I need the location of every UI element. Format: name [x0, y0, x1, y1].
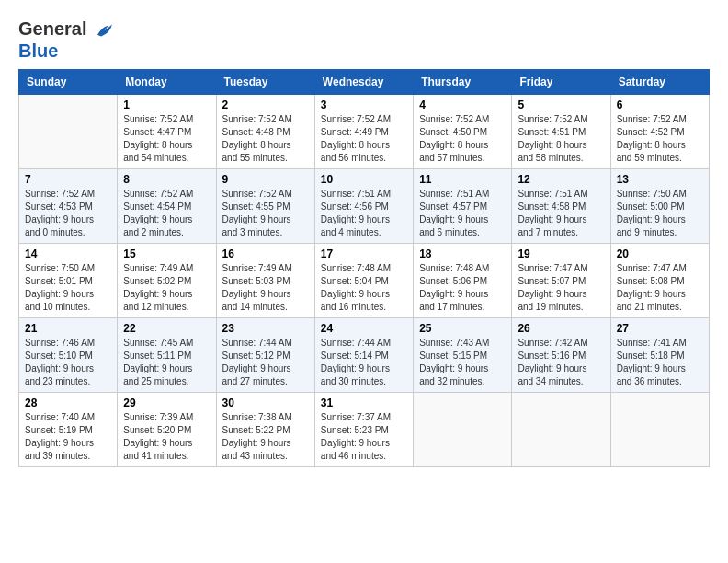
day-info: Sunrise: 7:47 AM Sunset: 5:07 PM Dayligh… [518, 262, 604, 314]
day-info: Sunrise: 7:52 AM Sunset: 4:49 PM Dayligh… [321, 113, 407, 165]
day-number: 31 [321, 396, 407, 409]
calendar-cell: 8Sunrise: 7:52 AM Sunset: 4:54 PM Daylig… [118, 168, 216, 243]
calendar-cell [19, 94, 118, 168]
calendar-cell: 6Sunrise: 7:52 AM Sunset: 4:52 PM Daylig… [610, 94, 709, 168]
calendar-cell: 3Sunrise: 7:52 AM Sunset: 4:49 PM Daylig… [314, 94, 413, 168]
day-number: 14 [25, 247, 111, 260]
calendar-cell: 23Sunrise: 7:44 AM Sunset: 5:12 PM Dayli… [216, 317, 314, 392]
calendar-table: SundayMondayTuesdayWednesdayThursdayFrid… [18, 69, 710, 467]
calendar-header-row: SundayMondayTuesdayWednesdayThursdayFrid… [19, 69, 710, 94]
day-number: 17 [321, 247, 407, 260]
day-number: 7 [25, 173, 111, 186]
day-info: Sunrise: 7:51 AM Sunset: 4:56 PM Dayligh… [321, 188, 407, 239]
day-number: 11 [419, 173, 506, 186]
day-number: 25 [419, 322, 506, 335]
header-wednesday: Wednesday [314, 69, 413, 94]
calendar-cell: 21Sunrise: 7:46 AM Sunset: 5:10 PM Dayli… [19, 317, 118, 392]
day-info: Sunrise: 7:49 AM Sunset: 5:02 PM Dayligh… [123, 262, 210, 314]
calendar-cell: 18Sunrise: 7:48 AM Sunset: 5:06 PM Dayli… [414, 243, 512, 317]
calendar-cell: 17Sunrise: 7:48 AM Sunset: 5:04 PM Dayli… [314, 243, 413, 317]
day-info: Sunrise: 7:44 AM Sunset: 5:12 PM Dayligh… [222, 337, 309, 388]
day-number: 29 [123, 396, 210, 409]
calendar-cell: 20Sunrise: 7:47 AM Sunset: 5:08 PM Dayli… [610, 243, 709, 317]
day-info: Sunrise: 7:45 AM Sunset: 5:11 PM Dayligh… [123, 337, 210, 388]
day-number: 4 [419, 98, 506, 111]
calendar-cell: 11Sunrise: 7:51 AM Sunset: 4:57 PM Dayli… [414, 168, 512, 243]
calendar-cell: 15Sunrise: 7:49 AM Sunset: 5:02 PM Dayli… [118, 243, 216, 317]
day-info: Sunrise: 7:46 AM Sunset: 5:10 PM Dayligh… [25, 337, 111, 388]
calendar-cell [610, 392, 709, 466]
day-number: 16 [222, 247, 309, 260]
logo-general: General [18, 18, 86, 39]
day-number: 28 [25, 396, 111, 409]
calendar-cell: 24Sunrise: 7:44 AM Sunset: 5:14 PM Dayli… [314, 317, 413, 392]
day-info: Sunrise: 7:52 AM Sunset: 4:53 PM Dayligh… [25, 188, 111, 239]
header-thursday: Thursday [414, 69, 512, 94]
day-info: Sunrise: 7:52 AM Sunset: 4:47 PM Dayligh… [123, 113, 210, 165]
calendar-cell: 2Sunrise: 7:52 AM Sunset: 4:48 PM Daylig… [216, 94, 314, 168]
calendar-cell: 30Sunrise: 7:38 AM Sunset: 5:22 PM Dayli… [216, 392, 314, 466]
day-info: Sunrise: 7:52 AM Sunset: 4:55 PM Dayligh… [222, 188, 309, 239]
day-info: Sunrise: 7:49 AM Sunset: 5:03 PM Dayligh… [222, 262, 309, 314]
day-number: 12 [518, 173, 604, 186]
day-info: Sunrise: 7:50 AM Sunset: 5:00 PM Dayligh… [617, 188, 703, 239]
day-info: Sunrise: 7:39 AM Sunset: 5:20 PM Dayligh… [123, 411, 210, 463]
day-number: 1 [123, 98, 210, 111]
day-number: 30 [222, 396, 309, 409]
calendar-cell: 22Sunrise: 7:45 AM Sunset: 5:11 PM Dayli… [118, 317, 216, 392]
calendar-cell [512, 392, 610, 466]
day-number: 2 [222, 98, 309, 111]
day-number: 19 [518, 247, 604, 260]
calendar-cell: 27Sunrise: 7:41 AM Sunset: 5:18 PM Dayli… [610, 317, 709, 392]
header-friday: Friday [512, 69, 610, 94]
calendar-cell: 31Sunrise: 7:37 AM Sunset: 5:23 PM Dayli… [314, 392, 413, 466]
calendar-cell: 25Sunrise: 7:43 AM Sunset: 5:15 PM Dayli… [414, 317, 512, 392]
day-number: 18 [419, 247, 506, 260]
header-monday: Monday [118, 69, 216, 94]
day-info: Sunrise: 7:52 AM Sunset: 4:54 PM Dayligh… [123, 188, 210, 239]
day-info: Sunrise: 7:38 AM Sunset: 5:22 PM Dayligh… [222, 411, 309, 463]
calendar-week-row: 7Sunrise: 7:52 AM Sunset: 4:53 PM Daylig… [19, 168, 710, 243]
day-info: Sunrise: 7:47 AM Sunset: 5:08 PM Dayligh… [617, 262, 703, 314]
header-saturday: Saturday [610, 69, 709, 94]
calendar-cell: 7Sunrise: 7:52 AM Sunset: 4:53 PM Daylig… [19, 168, 118, 243]
calendar-cell: 4Sunrise: 7:52 AM Sunset: 4:50 PM Daylig… [414, 94, 512, 168]
day-info: Sunrise: 7:48 AM Sunset: 5:04 PM Dayligh… [321, 262, 407, 314]
day-number: 20 [617, 247, 703, 260]
header-sunday: Sunday [19, 69, 118, 94]
day-number: 23 [222, 322, 309, 335]
calendar-cell [414, 392, 512, 466]
day-info: Sunrise: 7:40 AM Sunset: 5:19 PM Dayligh… [25, 411, 111, 463]
day-number: 9 [222, 173, 309, 186]
calendar-cell: 9Sunrise: 7:52 AM Sunset: 4:55 PM Daylig… [216, 168, 314, 243]
day-info: Sunrise: 7:51 AM Sunset: 4:57 PM Dayligh… [419, 188, 506, 239]
day-info: Sunrise: 7:44 AM Sunset: 5:14 PM Dayligh… [321, 337, 407, 388]
calendar-cell: 10Sunrise: 7:51 AM Sunset: 4:56 PM Dayli… [314, 168, 413, 243]
day-number: 10 [321, 173, 407, 186]
day-number: 21 [25, 322, 111, 335]
logo-blue: Blue [18, 41, 116, 60]
calendar-cell: 29Sunrise: 7:39 AM Sunset: 5:20 PM Dayli… [118, 392, 216, 466]
logo: General Blue [18, 18, 116, 60]
calendar-cell: 28Sunrise: 7:40 AM Sunset: 5:19 PM Dayli… [19, 392, 118, 466]
calendar-cell: 12Sunrise: 7:51 AM Sunset: 4:58 PM Dayli… [512, 168, 610, 243]
day-info: Sunrise: 7:41 AM Sunset: 5:18 PM Dayligh… [617, 337, 703, 388]
calendar-week-row: 14Sunrise: 7:50 AM Sunset: 5:01 PM Dayli… [19, 243, 710, 317]
calendar-cell: 26Sunrise: 7:42 AM Sunset: 5:16 PM Dayli… [512, 317, 610, 392]
day-info: Sunrise: 7:50 AM Sunset: 5:01 PM Dayligh… [25, 262, 111, 314]
day-info: Sunrise: 7:48 AM Sunset: 5:06 PM Dayligh… [419, 262, 506, 314]
day-info: Sunrise: 7:37 AM Sunset: 5:23 PM Dayligh… [321, 411, 407, 463]
day-number: 3 [321, 98, 407, 111]
day-number: 24 [321, 322, 407, 335]
day-info: Sunrise: 7:42 AM Sunset: 5:16 PM Dayligh… [518, 337, 604, 388]
day-number: 13 [617, 173, 703, 186]
day-number: 27 [617, 322, 703, 335]
calendar-cell: 5Sunrise: 7:52 AM Sunset: 4:51 PM Daylig… [512, 94, 610, 168]
calendar-cell: 19Sunrise: 7:47 AM Sunset: 5:07 PM Dayli… [512, 243, 610, 317]
page-header: General Blue [18, 18, 710, 60]
day-number: 22 [123, 322, 210, 335]
calendar-cell: 14Sunrise: 7:50 AM Sunset: 5:01 PM Dayli… [19, 243, 118, 317]
day-info: Sunrise: 7:43 AM Sunset: 5:15 PM Dayligh… [419, 337, 506, 388]
day-number: 6 [617, 98, 703, 111]
calendar-week-row: 21Sunrise: 7:46 AM Sunset: 5:10 PM Dayli… [19, 317, 710, 392]
